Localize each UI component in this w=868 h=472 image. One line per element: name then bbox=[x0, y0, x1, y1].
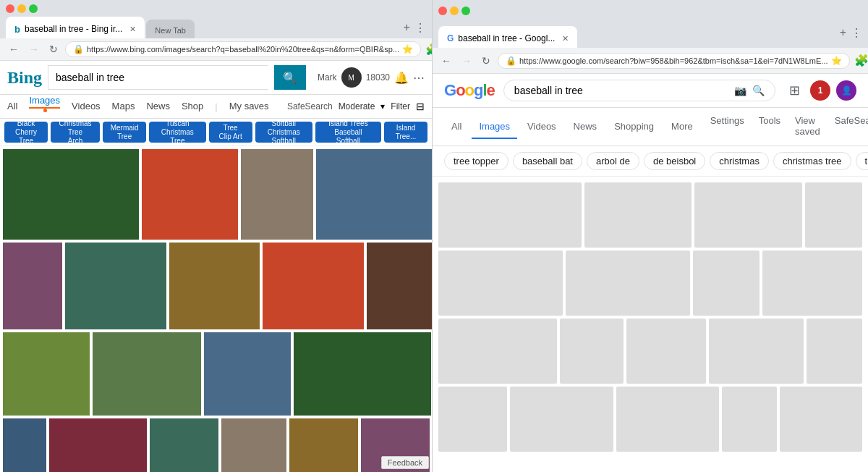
bing-images-grid[interactable]: Feedback bbox=[0, 146, 432, 472]
google-img-2[interactable] bbox=[584, 182, 692, 248]
bing-image-5[interactable] bbox=[3, 243, 62, 329]
bing-filter-icon[interactable]: ⊟ bbox=[416, 101, 425, 112]
bing-active-tab[interactable]: b baseball in tree - Bing ir... ✕ bbox=[6, 17, 145, 38]
google-back-button[interactable]: ← bbox=[438, 54, 454, 68]
google-images-area[interactable] bbox=[433, 177, 868, 472]
google-nav-more[interactable]: More bbox=[664, 115, 700, 139]
chip-baseball-bat[interactable]: baseball bat bbox=[513, 152, 582, 170]
google-img-3[interactable] bbox=[694, 182, 801, 248]
chip-christmas-tree[interactable]: christmas tree bbox=[773, 152, 851, 170]
bing-moderate-btn[interactable]: Moderate bbox=[339, 101, 375, 111]
chip-island-trees[interactable]: Island Trees BaseballSoftball bbox=[315, 122, 381, 143]
bing-url-bar[interactable]: 🔒 https://www.bing.com/images/search?q=b… bbox=[65, 41, 421, 57]
bing-image-4[interactable] bbox=[316, 149, 432, 240]
google-profile-avatar[interactable]: 👤 bbox=[836, 80, 856, 101]
google-nav-view-saved[interactable]: View saved bbox=[788, 109, 827, 144]
google-close-button[interactable] bbox=[438, 7, 447, 15]
google-img-10[interactable] bbox=[560, 319, 624, 384]
bing-search-button[interactable]: 🔍 bbox=[274, 65, 306, 90]
google-img-7[interactable] bbox=[693, 250, 760, 316]
bing-image-10[interactable] bbox=[3, 332, 90, 416]
google-img-14[interactable] bbox=[438, 387, 507, 452]
google-active-tab[interactable]: G baseball in tree - Googl... ✕ bbox=[438, 26, 577, 48]
google-img-1[interactable] bbox=[438, 182, 582, 248]
bing-nav-all[interactable]: All bbox=[7, 101, 17, 113]
bing-feedback-button[interactable]: Feedback bbox=[381, 456, 429, 469]
google-maximize-button[interactable] bbox=[461, 7, 470, 15]
bing-image-17[interactable] bbox=[221, 418, 286, 472]
google-nav-tools[interactable]: Tools bbox=[752, 109, 788, 144]
google-refresh-button[interactable]: ↻ bbox=[479, 54, 493, 68]
google-extensions-icon[interactable]: 🧩 bbox=[854, 54, 869, 67]
google-apps-icon[interactable]: ⊞ bbox=[784, 80, 804, 101]
bing-image-6[interactable] bbox=[65, 243, 166, 329]
chip-black-cherry[interactable]: Black CherryTree bbox=[4, 122, 48, 143]
google-url-bar[interactable]: 🔒 https://www.google.com/search?biw=958&… bbox=[498, 53, 850, 69]
bing-image-14[interactable] bbox=[3, 418, 46, 472]
google-new-tab-button[interactable]: + bbox=[840, 26, 846, 39]
google-forward-button[interactable]: → bbox=[459, 54, 475, 68]
close-button[interactable] bbox=[6, 4, 14, 13]
bing-search-input[interactable] bbox=[48, 65, 268, 90]
bing-image-18[interactable] bbox=[289, 418, 358, 472]
chip-mermaid[interactable]: MermaidTree bbox=[103, 122, 146, 143]
google-img-13[interactable] bbox=[807, 319, 862, 384]
google-img-16[interactable] bbox=[616, 387, 720, 452]
browser-menu-icon[interactable]: ⋮ bbox=[414, 21, 426, 35]
back-button[interactable]: ← bbox=[6, 42, 22, 56]
google-nav-videos[interactable]: Videos bbox=[520, 115, 563, 139]
chip-christmas-arch[interactable]: Christmas TreeArch bbox=[51, 122, 100, 143]
google-browser-menu-icon[interactable]: ⋮ bbox=[851, 26, 862, 40]
bing-image-11[interactable] bbox=[93, 332, 201, 416]
tab-close-icon[interactable]: ✕ bbox=[129, 25, 136, 34]
bing-image-8[interactable] bbox=[263, 243, 364, 329]
maximize-button[interactable] bbox=[29, 4, 38, 13]
google-search-bar-container[interactable]: 📷 🔍 bbox=[503, 80, 775, 101]
chip-christmas[interactable]: christmas bbox=[710, 152, 769, 170]
google-search-input[interactable] bbox=[514, 85, 728, 96]
chip-themed-christmas[interactable]: themed christmas bbox=[856, 152, 868, 170]
google-search-icon[interactable]: 🔍 bbox=[752, 85, 765, 96]
bing-nav-news[interactable]: News bbox=[146, 101, 170, 113]
bing-user-avatar[interactable]: M bbox=[341, 67, 362, 88]
google-nav-all[interactable]: All bbox=[444, 115, 469, 139]
google-img-12[interactable] bbox=[709, 319, 804, 384]
google-img-17[interactable] bbox=[722, 387, 777, 452]
google-nav-news[interactable]: News bbox=[566, 115, 605, 139]
chip-softball-christmas[interactable]: Softball ChristmasSoftball bbox=[255, 122, 312, 143]
bing-menu-dots[interactable]: ⋯ bbox=[413, 71, 425, 85]
bing-image-3[interactable] bbox=[241, 149, 313, 240]
chip-tuscan[interactable]: Tuscan ChristmasTree bbox=[149, 122, 205, 143]
bing-filter-btn[interactable]: Filter bbox=[391, 101, 410, 111]
bing-nav-videos[interactable]: Videos bbox=[72, 101, 101, 113]
bing-image-12[interactable] bbox=[204, 332, 291, 416]
chip-island-tree[interactable]: Island Tree... bbox=[384, 122, 427, 143]
chip-tree-topper[interactable]: tree topper bbox=[444, 152, 509, 170]
chip-tree-clip[interactable]: TreeClip Art bbox=[209, 122, 252, 143]
google-img-4[interactable] bbox=[805, 182, 862, 248]
google-img-8[interactable] bbox=[762, 250, 862, 316]
forward-button[interactable]: → bbox=[26, 42, 42, 56]
bing-image-1[interactable] bbox=[3, 149, 139, 240]
bing-image-7[interactable] bbox=[169, 243, 260, 329]
google-img-18[interactable] bbox=[780, 387, 862, 452]
google-nav-images[interactable]: Images bbox=[472, 115, 517, 139]
bing-nav-maps[interactable]: Maps bbox=[112, 101, 135, 113]
chip-de-beisbol[interactable]: de beisbol bbox=[644, 152, 705, 170]
google-img-5[interactable] bbox=[438, 250, 563, 316]
bing-image-9[interactable] bbox=[367, 243, 432, 329]
chip-arbol-de[interactable]: arbol de bbox=[587, 152, 639, 170]
google-img-11[interactable] bbox=[626, 319, 706, 384]
bing-image-2[interactable] bbox=[142, 149, 238, 240]
google-img-9[interactable] bbox=[438, 319, 557, 384]
google-nav-safesearch[interactable]: SafeSearch bbox=[827, 109, 868, 144]
bing-inactive-tab[interactable]: New Tab bbox=[146, 20, 195, 38]
bing-image-13[interactable] bbox=[294, 332, 431, 416]
google-img-6[interactable] bbox=[566, 250, 690, 316]
bing-image-16[interactable] bbox=[150, 418, 218, 472]
bing-notification-icon[interactable]: 🔔 bbox=[394, 71, 409, 85]
bing-nav-shop[interactable]: Shop bbox=[182, 101, 203, 113]
google-minimize-button[interactable] bbox=[450, 7, 459, 15]
google-user-avatar[interactable]: 1 bbox=[810, 80, 830, 101]
google-tab-close-icon[interactable]: ✕ bbox=[562, 34, 569, 43]
